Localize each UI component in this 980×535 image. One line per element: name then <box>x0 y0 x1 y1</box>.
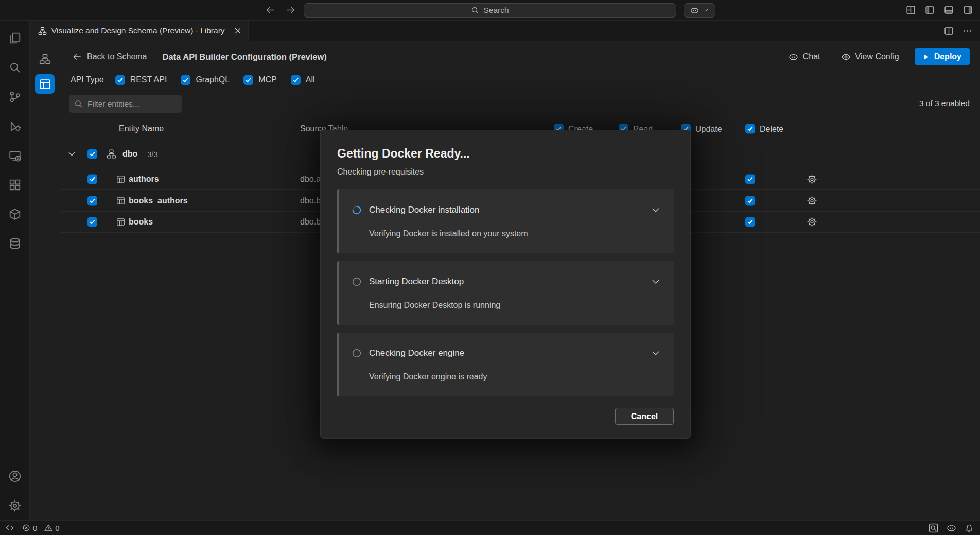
graphql-option[interactable]: GraphQL <box>181 75 230 85</box>
chevron-down-icon[interactable] <box>651 349 660 358</box>
toggle-primary-sidebar-button[interactable] <box>925 5 935 15</box>
dab-config-tool[interactable] <box>35 74 55 94</box>
row-checkbox[interactable] <box>87 196 97 205</box>
command-center-search[interactable]: Search <box>304 3 676 18</box>
cancel-button[interactable]: Cancel <box>615 408 674 425</box>
eye-icon <box>841 52 851 62</box>
row-settings-button[interactable] <box>807 217 817 227</box>
copilot-menu-button[interactable] <box>684 3 715 18</box>
play-icon <box>923 54 930 60</box>
row-settings-button[interactable] <box>807 174 817 184</box>
chevron-down-icon[interactable] <box>651 205 660 215</box>
entity-name: books <box>129 217 153 227</box>
chat-icon <box>789 52 798 62</box>
schema-designer-icon <box>38 27 47 36</box>
customize-layout-button[interactable] <box>906 5 916 15</box>
all-option[interactable]: All <box>291 75 315 85</box>
cube-icon <box>9 208 21 220</box>
schema-diagram-tool[interactable] <box>35 49 55 68</box>
toggle-secondary-sidebar-button[interactable] <box>963 5 973 15</box>
search-icon <box>74 99 83 108</box>
collapse-group-chevron[interactable] <box>67 150 76 159</box>
page-header: Back to Schema Data API Builder Configur… <box>73 48 970 65</box>
remote-icon <box>5 523 14 532</box>
row-settings-button[interactable] <box>807 196 817 205</box>
rest-api-checkbox[interactable] <box>115 75 125 85</box>
layout-controls <box>906 0 973 20</box>
close-tab-icon[interactable] <box>234 27 242 35</box>
pending-circle-icon <box>352 348 362 358</box>
page-title: Data API Builder Configuration (Preview) <box>163 52 327 62</box>
step-docker-installation[interactable]: Checking Docker installation Verifying D… <box>337 189 674 253</box>
table-icon <box>116 218 125 227</box>
accounts-button[interactable] <box>0 461 30 491</box>
table-icon-glyph <box>116 218 125 227</box>
step-description: Verifying Docker engine is ready <box>352 372 660 382</box>
delete-all-checkbox[interactable] <box>745 124 755 134</box>
rest-api-option[interactable]: REST API <box>115 75 167 85</box>
database-icon <box>9 237 21 250</box>
account-icon <box>9 470 21 482</box>
source-control-tab[interactable] <box>0 82 30 111</box>
schema-diagram-icon <box>39 53 51 65</box>
extensions-tab[interactable] <box>0 170 30 199</box>
back-label: Back to Schema <box>87 52 147 61</box>
row-checkbox[interactable] <box>87 217 97 227</box>
gear-icon <box>807 217 817 227</box>
git-branch-icon <box>9 91 21 103</box>
view-config-button[interactable]: View Config <box>841 52 899 62</box>
mcp-option[interactable]: MCP <box>243 75 277 85</box>
copilot-status-icon[interactable] <box>947 523 956 533</box>
split-editor-button[interactable] <box>944 26 954 36</box>
error-icon <box>22 524 30 532</box>
remote-window-button[interactable] <box>5 523 14 532</box>
delete-checkbox[interactable] <box>745 174 755 184</box>
problems-indicator[interactable]: 0 0 <box>22 524 60 532</box>
deploy-label: Deploy <box>934 52 961 61</box>
chevron-down-icon[interactable] <box>651 277 660 286</box>
notifications-bell-icon[interactable] <box>965 523 974 532</box>
graphql-checkbox[interactable] <box>181 75 190 85</box>
dialog-subtitle: Checking pre-requisites <box>337 167 674 177</box>
designer-side-toolbar <box>30 41 60 520</box>
run-debug-tab[interactable] <box>0 111 30 141</box>
spinner-icon <box>352 205 362 215</box>
containers-tab[interactable] <box>0 199 30 229</box>
step-docker-engine[interactable]: Checking Docker engine Verifying Docker … <box>337 333 674 396</box>
screen-zoom-icon[interactable] <box>929 523 938 533</box>
table-icon <box>116 196 125 205</box>
tab-visualize-schema[interactable]: Visualize and Design Schema (Preview) - … <box>30 21 249 41</box>
step-label: Starting Docker Desktop <box>369 277 464 287</box>
step-docker-desktop[interactable]: Starting Docker Desktop Ensuring Docker … <box>337 261 674 325</box>
remote-explorer-tab[interactable] <box>0 141 30 170</box>
update-label: Update <box>695 124 722 133</box>
toggle-panel-button[interactable] <box>944 5 954 15</box>
table-gear-icon <box>39 78 51 90</box>
table-icon-glyph <box>116 196 125 205</box>
row-checkbox[interactable] <box>87 174 97 184</box>
mcp-checkbox[interactable] <box>243 75 253 85</box>
all-checkbox[interactable] <box>291 75 301 85</box>
search-tab[interactable] <box>0 53 30 82</box>
api-type-label: API Type <box>71 75 104 84</box>
delete-checkbox[interactable] <box>745 196 755 205</box>
more-actions-button[interactable] <box>962 26 972 36</box>
dialog-title: Getting Docker Ready... <box>337 147 674 161</box>
back-to-schema-link[interactable]: Back to Schema <box>73 52 147 61</box>
back-arrow-icon <box>73 52 82 61</box>
settings-button[interactable] <box>0 491 30 520</box>
deploy-button[interactable]: Deploy <box>915 48 970 65</box>
group-checkbox[interactable] <box>87 149 97 159</box>
filter-entities-input[interactable] <box>69 95 182 113</box>
database-tab[interactable] <box>0 229 30 258</box>
forward-arrow-icon[interactable] <box>286 5 295 15</box>
search-icon <box>9 61 21 74</box>
gear-icon <box>9 499 21 512</box>
back-arrow-icon[interactable] <box>266 5 275 15</box>
docker-steps: Checking Docker installation Verifying D… <box>337 189 674 396</box>
warning-icon <box>44 524 52 532</box>
explorer-tab[interactable] <box>0 23 30 53</box>
chat-button[interactable]: Chat <box>789 52 820 62</box>
files-icon <box>9 32 21 44</box>
delete-checkbox[interactable] <box>745 217 755 227</box>
